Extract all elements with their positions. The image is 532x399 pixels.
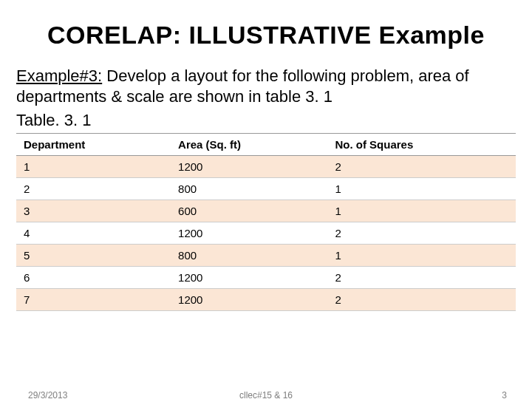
cell-squares: 1 <box>327 200 516 222</box>
slide-title: CORELAP: ILLUSTRATIVE Example <box>16 21 516 50</box>
cell-area: 1200 <box>171 289 327 311</box>
cell-dept: 7 <box>16 289 171 311</box>
table-row: 6 1200 2 <box>16 267 516 289</box>
footer-page-number: 3 <box>502 390 507 399</box>
cell-squares: 1 <box>327 178 516 200</box>
cell-squares: 2 <box>327 267 516 289</box>
cell-dept: 2 <box>16 178 171 200</box>
cell-dept: 4 <box>16 222 171 245</box>
table-row: 2 800 1 <box>16 178 516 200</box>
cell-dept: 1 <box>16 156 171 178</box>
cell-area: 800 <box>171 245 327 267</box>
col-area: Area (Sq. ft) <box>171 134 327 156</box>
cell-squares: 2 <box>327 156 516 178</box>
col-squares: No. of Squares <box>327 134 516 156</box>
cell-area: 1200 <box>171 267 327 289</box>
table-label: Table. 3. 1 <box>16 111 516 130</box>
cell-squares: 1 <box>327 245 516 267</box>
cell-area: 1200 <box>171 156 327 178</box>
cell-area: 800 <box>171 178 327 200</box>
example-description: Example#3: Develop a layout for the foll… <box>16 66 516 106</box>
cell-squares: 2 <box>327 222 516 245</box>
table-row: 5 800 1 <box>16 245 516 267</box>
table-row: 4 1200 2 <box>16 222 516 245</box>
footer-date: 29/3/2013 <box>28 390 67 399</box>
cell-dept: 6 <box>16 267 171 289</box>
table-row: 3 600 1 <box>16 200 516 222</box>
cell-squares: 2 <box>327 289 516 311</box>
table-row: 1 1200 2 <box>16 156 516 178</box>
example-label: Example#3: <box>16 66 102 85</box>
col-department: Department <box>16 134 171 156</box>
cell-dept: 5 <box>16 245 171 267</box>
cell-area: 1200 <box>171 222 327 245</box>
table-row: 7 1200 2 <box>16 289 516 311</box>
cell-area: 600 <box>171 200 327 222</box>
departments-table: Department Area (Sq. ft) No. of Squares … <box>16 133 516 311</box>
footer-ref: cllec#15 & 16 <box>239 390 293 399</box>
cell-dept: 3 <box>16 200 171 222</box>
table-header-row: Department Area (Sq. ft) No. of Squares <box>16 134 516 156</box>
